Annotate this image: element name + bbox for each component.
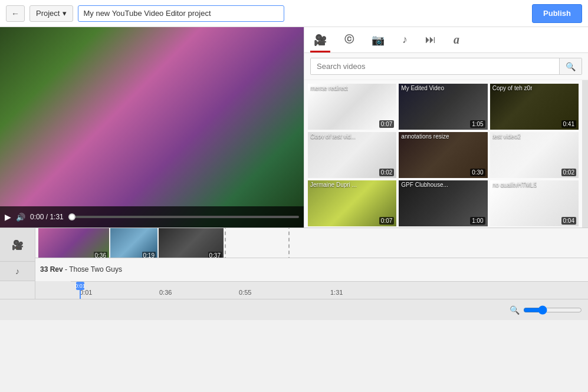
- video-thumb-duration: 0:07: [379, 217, 394, 225]
- playhead[interactable]: 0:01: [80, 282, 81, 299]
- audio-track-icon: ♪: [0, 262, 35, 281]
- preview-frame: [0, 27, 304, 228]
- ruler-mark: 0:55: [239, 289, 251, 296]
- video-thumb-title: annotations resize: [401, 133, 449, 140]
- video-track-icon: 🎥: [0, 228, 35, 262]
- timeline-clip[interactable]: 0:37: [159, 228, 224, 258]
- video-thumb-item[interactable]: test video2 0:02: [490, 132, 579, 178]
- video-thumb-duration: 1:05: [470, 120, 485, 128]
- video-thumb-title: Jermaine Dupri ...: [310, 182, 357, 188]
- project-label: Project: [36, 9, 60, 18]
- progress-knob: [68, 213, 75, 220]
- clip-drop-zone[interactable]: [225, 228, 290, 258]
- audio-label: 33 Rev - Those Two Guys: [40, 265, 122, 274]
- publish-button[interactable]: Publish: [532, 4, 582, 23]
- video-thumb-duration: 0:41: [561, 120, 576, 128]
- video-thumb-duration: 0:07: [379, 120, 394, 128]
- main-area: ▶ 🔊 0:00 / 1:31 🎥 ⓒ 📷 ♪ ⏭ a 🔍: [0, 27, 588, 228]
- timeline-area: 🎥 ♪ 0:36 0:19 0:37 33 Rev - Those Two Gu…: [0, 228, 588, 299]
- tabs-bar: 🎥 ⓒ 📷 ♪ ⏭ a: [304, 27, 588, 53]
- video-thumb-title: Copy of teh z0r: [492, 85, 533, 91]
- tab-video[interactable]: 🎥: [310, 28, 330, 52]
- audio-track: 33 Rev - Those Two Guys: [35, 258, 588, 282]
- video-thumb-title: merge redirect: [310, 85, 348, 91]
- tab-transitions[interactable]: ⏭: [422, 28, 439, 52]
- tab-music[interactable]: ♪: [399, 28, 411, 52]
- right-panel: 🎥 ⓒ 📷 ♪ ⏭ a 🔍 merge redirect 0:07 My Edi…: [304, 27, 588, 228]
- video-thumb-duration: 0:04: [561, 217, 576, 225]
- video-thumb-title: test video2: [492, 133, 521, 140]
- playback-controls: ▶ 🔊 0:00 / 1:31: [0, 206, 304, 228]
- video-thumb-item[interactable]: GPF Clubhouse... 1:00: [399, 180, 487, 226]
- video-thumb-duration: 0:30: [470, 169, 485, 176]
- video-thumb-item[interactable]: no qualityHTML5 0:04: [490, 180, 579, 226]
- zoom-slider[interactable]: [523, 305, 582, 315]
- tab-text[interactable]: a: [450, 27, 463, 52]
- project-dropdown-icon: ▾: [63, 9, 67, 18]
- tab-cc[interactable]: ⓒ: [341, 28, 357, 52]
- clip-duration: 0:36: [94, 252, 107, 258]
- video-thumb-item[interactable]: merge redirect 0:07: [308, 84, 396, 130]
- video-thumb-duration: 0:02: [561, 169, 576, 176]
- project-title-input[interactable]: [78, 5, 284, 22]
- project-button[interactable]: Project ▾: [29, 5, 73, 22]
- video-thumb-duration: 1:00: [470, 217, 485, 225]
- video-grid: merge redirect 0:07 My Edited Video 1:05…: [304, 80, 582, 228]
- video-thumb-item[interactable]: Copy of teh z0r 0:41: [490, 84, 579, 130]
- video-thumb-duration: 0:02: [379, 169, 394, 176]
- back-button[interactable]: ←: [6, 5, 25, 22]
- top-bar: ← Project ▾ Publish: [0, 0, 588, 27]
- right-scrollbar[interactable]: [582, 80, 588, 228]
- timeline-clip[interactable]: 0:19: [110, 228, 157, 258]
- video-track: 0:36 0:19 0:37: [35, 228, 588, 258]
- clip-duration: 0:19: [142, 252, 156, 258]
- time-display: 0:00 / 1:31: [30, 213, 64, 221]
- progress-bar[interactable]: [68, 216, 299, 218]
- video-thumb-title: GPF Clubhouse...: [401, 182, 448, 188]
- search-wrapper: 🔍: [310, 58, 582, 75]
- video-preview: ▶ 🔊 0:00 / 1:31: [0, 27, 304, 228]
- search-input[interactable]: [311, 58, 559, 74]
- bottom-bar: 🔍: [0, 299, 588, 320]
- ruler-mark: 0:36: [159, 289, 172, 296]
- timeline-tracks: 🎥 ♪ 0:36 0:19 0:37 33 Rev - Those Two Gu…: [0, 228, 588, 281]
- playhead-marker: 0:01: [76, 282, 84, 290]
- clip-duration: 0:37: [208, 252, 222, 258]
- video-thumb-item[interactable]: My Edited Video 1:05: [399, 84, 487, 130]
- search-area: 🔍: [304, 53, 588, 80]
- zoom-icon: 🔍: [510, 305, 520, 315]
- video-thumb-item[interactable]: Copy of test vid... 0:02: [308, 132, 396, 178]
- timeline-clip[interactable]: 0:36: [38, 228, 109, 258]
- volume-button[interactable]: 🔊: [16, 213, 25, 222]
- video-thumb-title: Copy of test vid...: [310, 133, 356, 140]
- video-thumb-title: no qualityHTML5: [492, 182, 537, 188]
- search-button[interactable]: 🔍: [559, 58, 582, 74]
- play-button[interactable]: ▶: [5, 212, 11, 222]
- video-thumb-item[interactable]: annotations resize 0:30: [399, 132, 487, 178]
- video-thumb-item[interactable]: Jermaine Dupri ... 0:07: [308, 180, 396, 226]
- track-icons: 🎥 ♪: [0, 228, 35, 281]
- tab-camera[interactable]: 📷: [368, 28, 388, 52]
- ruler-mark: 1:31: [330, 289, 343, 296]
- timeline-ruler: 0:010:360:551:310:01: [71, 281, 588, 299]
- video-thumb-title: My Edited Video: [401, 85, 444, 91]
